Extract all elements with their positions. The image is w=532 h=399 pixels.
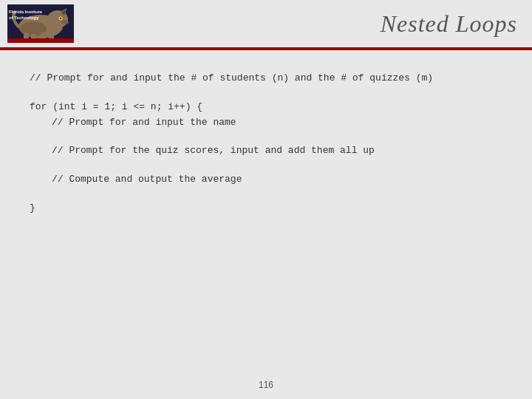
svg-point-7 [61,20,69,24]
svg-text:Florida Institute: Florida Institute [9,10,43,14]
code-line-6: } [30,201,502,216]
code-line-5: // Compute and output the average [30,172,502,188]
svg-point-6 [60,18,61,19]
code-content: // Prompt for and input the # of student… [0,50,532,231]
code-line-3: // Prompt for and input the name [30,115,502,131]
slide-title: Nested Loops [381,10,517,38]
slide: Florida Institute of Technology Nested L… [0,0,532,399]
code-line-4: // Prompt for the quiz scores, input and… [30,143,502,159]
svg-text:of Technology: of Technology [9,16,39,20]
footer: 116 [0,380,532,390]
page-number: 116 [259,380,273,390]
svg-rect-15 [7,38,74,43]
fit-logo: Florida Institute of Technology [7,4,74,43]
code-line-2: for (int i = 1; i <= n; i++) { [30,100,502,115]
logo-area: Florida Institute of Technology [7,4,74,43]
header: Florida Institute of Technology Nested L… [0,0,532,50]
code-line-1: // Prompt for and input the # of student… [30,71,502,86]
